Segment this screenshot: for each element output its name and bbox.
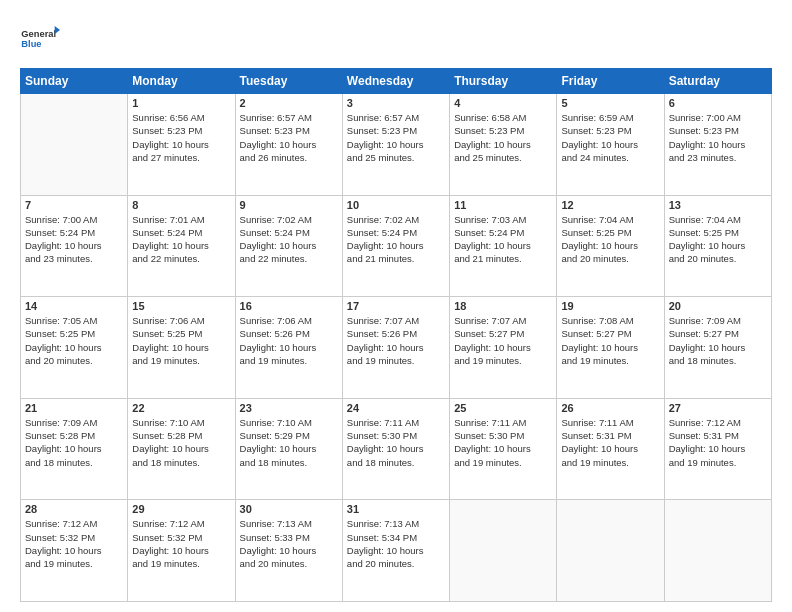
calendar-cell: 10Sunrise: 7:02 AM Sunset: 5:24 PM Dayli…: [342, 195, 449, 297]
calendar-cell: 31Sunrise: 7:13 AM Sunset: 5:34 PM Dayli…: [342, 500, 449, 602]
day-number: 27: [669, 402, 767, 414]
calendar-cell: 20Sunrise: 7:09 AM Sunset: 5:27 PM Dayli…: [664, 297, 771, 399]
header-row: SundayMondayTuesdayWednesdayThursdayFrid…: [21, 69, 772, 94]
svg-text:General: General: [21, 29, 56, 39]
day-info: Sunrise: 7:12 AM Sunset: 5:32 PM Dayligh…: [25, 517, 123, 570]
day-info: Sunrise: 7:11 AM Sunset: 5:30 PM Dayligh…: [347, 416, 445, 469]
day-info: Sunrise: 7:00 AM Sunset: 5:24 PM Dayligh…: [25, 213, 123, 266]
day-number: 16: [240, 300, 338, 312]
weekday-header: Saturday: [664, 69, 771, 94]
day-info: Sunrise: 7:11 AM Sunset: 5:30 PM Dayligh…: [454, 416, 552, 469]
day-number: 7: [25, 199, 123, 211]
calendar-cell: 19Sunrise: 7:08 AM Sunset: 5:27 PM Dayli…: [557, 297, 664, 399]
calendar-cell: 15Sunrise: 7:06 AM Sunset: 5:25 PM Dayli…: [128, 297, 235, 399]
calendar-cell: [21, 94, 128, 196]
calendar-cell: 26Sunrise: 7:11 AM Sunset: 5:31 PM Dayli…: [557, 398, 664, 500]
day-number: 31: [347, 503, 445, 515]
calendar-week-row: 1Sunrise: 6:56 AM Sunset: 5:23 PM Daylig…: [21, 94, 772, 196]
calendar-cell: 6Sunrise: 7:00 AM Sunset: 5:23 PM Daylig…: [664, 94, 771, 196]
day-info: Sunrise: 7:02 AM Sunset: 5:24 PM Dayligh…: [347, 213, 445, 266]
calendar-cell: 30Sunrise: 7:13 AM Sunset: 5:33 PM Dayli…: [235, 500, 342, 602]
day-number: 2: [240, 97, 338, 109]
day-info: Sunrise: 7:10 AM Sunset: 5:28 PM Dayligh…: [132, 416, 230, 469]
calendar-cell: 4Sunrise: 6:58 AM Sunset: 5:23 PM Daylig…: [450, 94, 557, 196]
day-info: Sunrise: 7:06 AM Sunset: 5:25 PM Dayligh…: [132, 314, 230, 367]
day-number: 17: [347, 300, 445, 312]
day-number: 20: [669, 300, 767, 312]
weekday-header: Friday: [557, 69, 664, 94]
calendar-cell: [450, 500, 557, 602]
calendar-cell: 9Sunrise: 7:02 AM Sunset: 5:24 PM Daylig…: [235, 195, 342, 297]
day-number: 8: [132, 199, 230, 211]
calendar-cell: 27Sunrise: 7:12 AM Sunset: 5:31 PM Dayli…: [664, 398, 771, 500]
day-info: Sunrise: 7:04 AM Sunset: 5:25 PM Dayligh…: [561, 213, 659, 266]
day-number: 29: [132, 503, 230, 515]
day-info: Sunrise: 7:01 AM Sunset: 5:24 PM Dayligh…: [132, 213, 230, 266]
calendar-cell: 11Sunrise: 7:03 AM Sunset: 5:24 PM Dayli…: [450, 195, 557, 297]
calendar-cell: 3Sunrise: 6:57 AM Sunset: 5:23 PM Daylig…: [342, 94, 449, 196]
day-number: 1: [132, 97, 230, 109]
svg-text:Blue: Blue: [21, 39, 41, 49]
day-number: 22: [132, 402, 230, 414]
day-info: Sunrise: 7:03 AM Sunset: 5:24 PM Dayligh…: [454, 213, 552, 266]
weekday-header: Monday: [128, 69, 235, 94]
calendar-cell: 21Sunrise: 7:09 AM Sunset: 5:28 PM Dayli…: [21, 398, 128, 500]
calendar-cell: 16Sunrise: 7:06 AM Sunset: 5:26 PM Dayli…: [235, 297, 342, 399]
day-number: 18: [454, 300, 552, 312]
day-info: Sunrise: 7:07 AM Sunset: 5:27 PM Dayligh…: [454, 314, 552, 367]
day-info: Sunrise: 7:05 AM Sunset: 5:25 PM Dayligh…: [25, 314, 123, 367]
day-info: Sunrise: 6:57 AM Sunset: 5:23 PM Dayligh…: [347, 111, 445, 164]
day-number: 19: [561, 300, 659, 312]
calendar-week-row: 28Sunrise: 7:12 AM Sunset: 5:32 PM Dayli…: [21, 500, 772, 602]
weekday-header: Thursday: [450, 69, 557, 94]
day-number: 24: [347, 402, 445, 414]
calendar-table: SundayMondayTuesdayWednesdayThursdayFrid…: [20, 68, 772, 602]
day-info: Sunrise: 7:04 AM Sunset: 5:25 PM Dayligh…: [669, 213, 767, 266]
day-info: Sunrise: 7:09 AM Sunset: 5:27 PM Dayligh…: [669, 314, 767, 367]
day-info: Sunrise: 7:02 AM Sunset: 5:24 PM Dayligh…: [240, 213, 338, 266]
day-info: Sunrise: 7:07 AM Sunset: 5:26 PM Dayligh…: [347, 314, 445, 367]
weekday-header: Tuesday: [235, 69, 342, 94]
day-info: Sunrise: 6:59 AM Sunset: 5:23 PM Dayligh…: [561, 111, 659, 164]
day-info: Sunrise: 6:57 AM Sunset: 5:23 PM Dayligh…: [240, 111, 338, 164]
day-info: Sunrise: 7:08 AM Sunset: 5:27 PM Dayligh…: [561, 314, 659, 367]
calendar-cell: 25Sunrise: 7:11 AM Sunset: 5:30 PM Dayli…: [450, 398, 557, 500]
day-number: 10: [347, 199, 445, 211]
day-info: Sunrise: 7:13 AM Sunset: 5:33 PM Dayligh…: [240, 517, 338, 570]
logo: General Blue: [20, 18, 60, 58]
calendar-cell: 29Sunrise: 7:12 AM Sunset: 5:32 PM Dayli…: [128, 500, 235, 602]
calendar-cell: 22Sunrise: 7:10 AM Sunset: 5:28 PM Dayli…: [128, 398, 235, 500]
day-info: Sunrise: 7:06 AM Sunset: 5:26 PM Dayligh…: [240, 314, 338, 367]
day-number: 9: [240, 199, 338, 211]
day-number: 25: [454, 402, 552, 414]
day-number: 11: [454, 199, 552, 211]
day-info: Sunrise: 7:00 AM Sunset: 5:23 PM Dayligh…: [669, 111, 767, 164]
day-number: 23: [240, 402, 338, 414]
calendar-cell: 28Sunrise: 7:12 AM Sunset: 5:32 PM Dayli…: [21, 500, 128, 602]
weekday-header: Sunday: [21, 69, 128, 94]
calendar-cell: 7Sunrise: 7:00 AM Sunset: 5:24 PM Daylig…: [21, 195, 128, 297]
calendar-cell: 12Sunrise: 7:04 AM Sunset: 5:25 PM Dayli…: [557, 195, 664, 297]
day-number: 5: [561, 97, 659, 109]
calendar-cell: 5Sunrise: 6:59 AM Sunset: 5:23 PM Daylig…: [557, 94, 664, 196]
day-info: Sunrise: 7:11 AM Sunset: 5:31 PM Dayligh…: [561, 416, 659, 469]
day-number: 28: [25, 503, 123, 515]
day-number: 14: [25, 300, 123, 312]
day-number: 30: [240, 503, 338, 515]
calendar-cell: 14Sunrise: 7:05 AM Sunset: 5:25 PM Dayli…: [21, 297, 128, 399]
day-info: Sunrise: 7:10 AM Sunset: 5:29 PM Dayligh…: [240, 416, 338, 469]
day-info: Sunrise: 7:13 AM Sunset: 5:34 PM Dayligh…: [347, 517, 445, 570]
header: General Blue: [20, 18, 772, 58]
page: General Blue SundayMondayTuesdayWednesda…: [0, 0, 792, 612]
day-info: Sunrise: 6:58 AM Sunset: 5:23 PM Dayligh…: [454, 111, 552, 164]
calendar-cell: [557, 500, 664, 602]
calendar-week-row: 21Sunrise: 7:09 AM Sunset: 5:28 PM Dayli…: [21, 398, 772, 500]
day-info: Sunrise: 7:09 AM Sunset: 5:28 PM Dayligh…: [25, 416, 123, 469]
day-info: Sunrise: 7:12 AM Sunset: 5:32 PM Dayligh…: [132, 517, 230, 570]
day-number: 3: [347, 97, 445, 109]
calendar-cell: 18Sunrise: 7:07 AM Sunset: 5:27 PM Dayli…: [450, 297, 557, 399]
weekday-header: Wednesday: [342, 69, 449, 94]
day-info: Sunrise: 7:12 AM Sunset: 5:31 PM Dayligh…: [669, 416, 767, 469]
calendar-cell: 8Sunrise: 7:01 AM Sunset: 5:24 PM Daylig…: [128, 195, 235, 297]
calendar-week-row: 14Sunrise: 7:05 AM Sunset: 5:25 PM Dayli…: [21, 297, 772, 399]
